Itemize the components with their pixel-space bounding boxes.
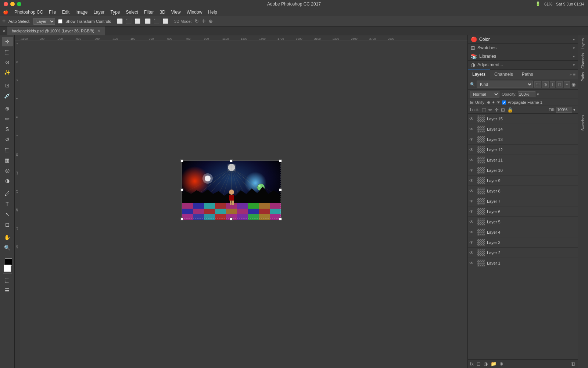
blend-mode-dropdown[interactable]: Normal Dissolve Multiply bbox=[470, 91, 499, 98]
layer-visibility-icon[interactable]: 👁 bbox=[469, 209, 475, 214]
tab-channels[interactable]: Channels bbox=[490, 70, 517, 79]
transform-controls-checkbox[interactable] bbox=[58, 19, 62, 24]
layer-visibility-icon[interactable]: 👁 bbox=[469, 116, 475, 121]
tab-layers[interactable]: Layers bbox=[468, 70, 490, 79]
unify-vis-icon[interactable]: 👁 bbox=[496, 100, 501, 105]
canvas-area[interactable] bbox=[20, 41, 467, 368]
layer-item-layer-6[interactable]: 👁 Layer 6 bbox=[468, 206, 578, 217]
propagate-checkbox[interactable] bbox=[502, 100, 506, 105]
layer-item-layer-4[interactable]: 👁 Layer 4 bbox=[468, 227, 578, 237]
tab-close-icon[interactable]: ✕ bbox=[2, 28, 6, 33]
blur-tool[interactable]: ◎ bbox=[2, 166, 13, 175]
align-top-icon[interactable]: ⬜ bbox=[145, 18, 151, 24]
adjustment-expand-icon[interactable]: ▾ bbox=[573, 63, 575, 67]
menu-photoshop[interactable]: Photoshop CC bbox=[14, 10, 43, 15]
filter-pixel-btn[interactable]: ⬚ bbox=[534, 81, 541, 88]
layer-visibility-icon[interactable]: 👁 bbox=[469, 147, 475, 152]
color-panel-row[interactable]: 🔴 Color ▾ bbox=[468, 35, 578, 44]
align-center-icon[interactable]: ⬛ bbox=[126, 18, 132, 24]
align-left-icon[interactable]: ⬜ bbox=[117, 18, 123, 24]
menu-file[interactable]: File bbox=[49, 10, 56, 15]
align-middle-icon[interactable]: ⬛ bbox=[154, 18, 159, 24]
menu-select[interactable]: Select bbox=[126, 10, 138, 15]
opacity-input[interactable] bbox=[518, 91, 535, 97]
magic-wand-tool[interactable]: ✨ bbox=[2, 68, 13, 77]
marquee-tool[interactable]: ⬚ bbox=[2, 47, 13, 57]
lock-image-icon[interactable]: ✏ bbox=[488, 107, 492, 113]
menu-layer[interactable]: Layer bbox=[93, 10, 104, 15]
secondary-paths-tab[interactable]: Paths bbox=[580, 71, 586, 83]
layer-visibility-icon[interactable]: 👁 bbox=[469, 199, 475, 204]
new-layer-button[interactable]: ⊕ bbox=[499, 361, 503, 367]
layer-visibility-icon[interactable]: 👁 bbox=[469, 127, 475, 132]
3d-rotate-icon[interactable]: ↻ bbox=[195, 18, 199, 24]
minimize-button[interactable] bbox=[10, 2, 15, 6]
lock-all-icon[interactable]: 🔒 bbox=[507, 107, 513, 113]
menu-3d[interactable]: 3D bbox=[160, 10, 165, 15]
filter-type-btn[interactable]: T bbox=[550, 81, 555, 88]
tab-paths[interactable]: Paths bbox=[517, 70, 538, 79]
selection-handle-tm[interactable] bbox=[230, 159, 233, 162]
layer-item-layer-13[interactable]: 👁 Layer 13 bbox=[468, 134, 578, 145]
tab-close-button[interactable]: ✕ bbox=[97, 29, 100, 33]
layer-visibility-icon[interactable]: 👁 bbox=[469, 158, 475, 163]
layer-visibility-icon[interactable]: 👁 bbox=[469, 168, 475, 173]
unify-pos-icon[interactable]: ⊕ bbox=[487, 100, 490, 105]
menu-window[interactable]: Window bbox=[187, 10, 202, 15]
selection-handle-bm[interactable] bbox=[230, 217, 233, 220]
pen-tool[interactable]: 🖊 bbox=[2, 189, 13, 198]
background-color[interactable] bbox=[4, 265, 11, 272]
menu-apple[interactable]: 🍎 bbox=[3, 10, 8, 15]
selection-handle-tr[interactable] bbox=[279, 159, 282, 162]
crop-tool[interactable]: ⊡ bbox=[2, 81, 13, 90]
layer-visibility-icon[interactable]: 👁 bbox=[469, 137, 475, 142]
adjustment-panel-row[interactable]: ◑ Adjustment... ▾ bbox=[468, 61, 578, 69]
selection-handle-bl[interactable] bbox=[180, 217, 183, 220]
auto-select-dropdown[interactable]: Layer Group bbox=[33, 18, 55, 25]
layer-item-layer-5[interactable]: 👁 Layer 5 bbox=[468, 217, 578, 227]
swatches-expand-icon[interactable]: ▾ bbox=[573, 46, 575, 50]
layer-visibility-icon[interactable]: 👁 bbox=[469, 261, 475, 266]
3d-pan-icon[interactable]: ✛ bbox=[202, 18, 206, 24]
filter-adjust-btn[interactable]: ◑ bbox=[542, 81, 549, 88]
menu-view[interactable]: View bbox=[171, 10, 181, 15]
kind-dropdown[interactable]: Kind bbox=[477, 81, 533, 88]
align-right-icon[interactable]: ⬜ bbox=[135, 18, 140, 24]
delete-layer-button[interactable]: 🗑 bbox=[571, 361, 576, 367]
color-expand-icon[interactable]: ▾ bbox=[573, 38, 575, 42]
fullscreen-button[interactable] bbox=[17, 2, 21, 6]
adjustment-layer-button[interactable]: ◑ bbox=[484, 361, 488, 367]
layer-item-layer-2[interactable]: 👁 Layer 2 bbox=[468, 248, 578, 258]
fx-button[interactable]: fx bbox=[470, 361, 474, 367]
layer-item-layer-8[interactable]: 👁 Layer 8 bbox=[468, 186, 578, 196]
filter-smart-btn[interactable]: ✦ bbox=[564, 81, 570, 88]
layer-visibility-icon[interactable]: 👁 bbox=[469, 219, 475, 224]
layer-item-layer-10[interactable]: 👁 Layer 10 bbox=[468, 165, 578, 176]
layer-item-layer-11[interactable]: 👁 Layer 11 bbox=[468, 155, 578, 165]
menu-edit[interactable]: Edit bbox=[62, 10, 69, 15]
layer-visibility-icon[interactable]: 👁 bbox=[469, 240, 475, 245]
align-bottom-icon[interactable]: ⬜ bbox=[162, 18, 168, 24]
3d-zoom-icon[interactable]: ⊕ bbox=[209, 18, 213, 24]
selection-handle-tl[interactable] bbox=[180, 159, 183, 162]
layer-visibility-icon[interactable]: 👁 bbox=[469, 188, 475, 194]
unify-style-icon[interactable]: ✦ bbox=[492, 100, 495, 105]
layer-item-layer-14[interactable]: 👁 Layer 14 bbox=[468, 124, 578, 134]
eyedropper-tool[interactable]: 💉 bbox=[2, 91, 13, 100]
libraries-expand-icon[interactable]: ▾ bbox=[573, 54, 575, 59]
fill-stepper[interactable]: ▾ bbox=[573, 107, 576, 112]
new-group-button[interactable]: 📁 bbox=[491, 361, 496, 367]
close-button[interactable] bbox=[4, 2, 8, 6]
layer-item-layer-7[interactable]: 👁 Layer 7 bbox=[468, 196, 578, 206]
hand-tool[interactable]: ✋ bbox=[2, 233, 13, 242]
opacity-stepper[interactable]: ▾ bbox=[537, 92, 539, 97]
secondary-layers-tab[interactable]: Layers bbox=[580, 37, 586, 51]
shape-tool[interactable]: ◻ bbox=[2, 220, 13, 229]
lock-artboard-icon[interactable]: ⊞ bbox=[501, 107, 505, 113]
frame-tool[interactable]: ☰ bbox=[2, 286, 13, 295]
layer-item-layer-1[interactable]: 👁 Layer 1 bbox=[468, 258, 578, 268]
layers-tab-menu[interactable]: ≡ bbox=[573, 72, 576, 77]
layer-item-layer-12[interactable]: 👁 Layer 12 bbox=[468, 145, 578, 155]
lock-transparent-icon[interactable]: ⬚ bbox=[482, 107, 486, 113]
libraries-panel-row[interactable]: 📚 Libraries ▾ bbox=[468, 52, 578, 61]
